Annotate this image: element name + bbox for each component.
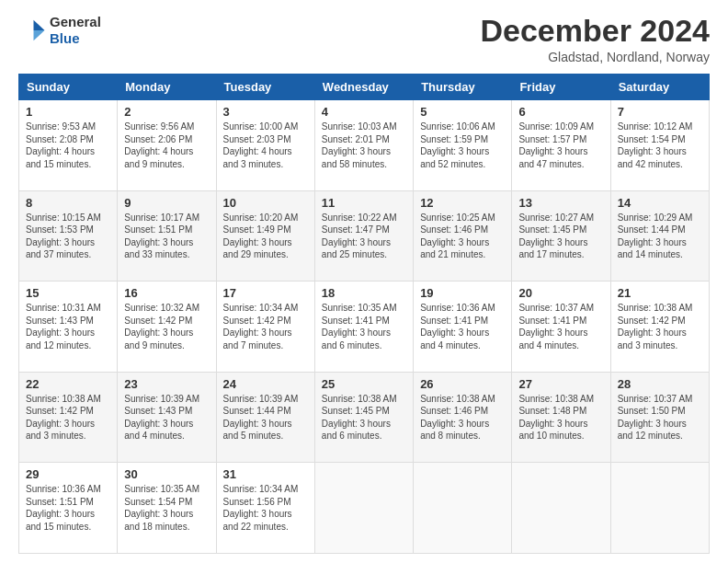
calendar-cell: 18Sunrise: 10:35 AM Sunset: 1:41 PM Dayl… <box>314 282 413 373</box>
calendar-cell: 27Sunrise: 10:38 AM Sunset: 1:48 PM Dayl… <box>512 372 610 463</box>
logo-text: General Blue <box>50 14 101 47</box>
header: General Blue December 2024 Gladstad, Nor… <box>18 14 710 64</box>
day-number: 25 <box>322 377 406 391</box>
calendar-cell: 4Sunrise: 10:03 AM Sunset: 2:01 PM Dayli… <box>314 100 413 191</box>
day-info: Sunrise: 10:25 AM Sunset: 1:46 PM Daylig… <box>420 212 505 261</box>
day-number: 5 <box>420 105 505 119</box>
day-number: 27 <box>518 377 603 391</box>
logo-icon <box>18 17 46 44</box>
day-info: Sunrise: 10:35 AM Sunset: 1:54 PM Daylig… <box>124 483 209 533</box>
day-number: 28 <box>618 377 702 391</box>
calendar-cell: 20Sunrise: 10:37 AM Sunset: 1:41 PM Dayl… <box>512 282 610 373</box>
day-info: Sunrise: 10:20 AM Sunset: 1:49 PM Daylig… <box>223 212 308 261</box>
calendar-cell <box>314 463 413 554</box>
calendar-cell: 31Sunrise: 10:34 AM Sunset: 1:56 PM Dayl… <box>216 463 314 554</box>
calendar-week-row: 8Sunrise: 10:15 AM Sunset: 1:53 PM Dayli… <box>19 190 710 282</box>
day-number: 12 <box>420 196 505 210</box>
day-info: Sunrise: 10:38 AM Sunset: 1:42 PM Daylig… <box>618 302 702 351</box>
day-info: Sunrise: 10:38 AM Sunset: 1:45 PM Daylig… <box>322 393 406 442</box>
day-info: Sunrise: 10:15 AM Sunset: 1:53 PM Daylig… <box>26 212 110 261</box>
day-number: 7 <box>618 105 702 119</box>
page: General Blue December 2024 Gladstad, Nor… <box>0 0 728 563</box>
calendar-cell: 29Sunrise: 10:36 AM Sunset: 1:51 PM Dayl… <box>19 463 118 554</box>
calendar-cell: 21Sunrise: 10:38 AM Sunset: 1:42 PM Dayl… <box>610 282 709 373</box>
subtitle: Gladstad, Nordland, Norway <box>480 50 710 64</box>
calendar-cell: 12Sunrise: 10:25 AM Sunset: 1:46 PM Dayl… <box>414 190 512 282</box>
day-info: Sunrise: 10:27 AM Sunset: 1:45 PM Daylig… <box>518 212 603 261</box>
day-number: 30 <box>124 467 209 481</box>
day-number: 8 <box>26 196 110 210</box>
calendar-cell: 17Sunrise: 10:34 AM Sunset: 1:42 PM Dayl… <box>216 282 314 373</box>
day-number: 15 <box>26 286 110 300</box>
calendar-week-row: 22Sunrise: 10:38 AM Sunset: 1:42 PM Dayl… <box>19 372 710 463</box>
day-number: 23 <box>124 377 209 391</box>
day-number: 11 <box>322 196 406 210</box>
day-number: 2 <box>124 105 209 119</box>
calendar-cell: 3Sunrise: 10:00 AM Sunset: 2:03 PM Dayli… <box>216 100 314 191</box>
calendar-cell: 19Sunrise: 10:36 AM Sunset: 1:41 PM Dayl… <box>414 282 512 373</box>
calendar-cell: 7Sunrise: 10:12 AM Sunset: 1:54 PM Dayli… <box>610 100 709 191</box>
day-number: 1 <box>26 105 110 119</box>
day-number: 18 <box>322 286 406 300</box>
day-number: 21 <box>618 286 702 300</box>
day-number: 20 <box>518 286 603 300</box>
calendar-cell: 25Sunrise: 10:38 AM Sunset: 1:45 PM Dayl… <box>314 372 413 463</box>
calendar-cell <box>610 463 709 554</box>
svg-marker-2 <box>22 20 34 41</box>
day-info: Sunrise: 10:36 AM Sunset: 1:51 PM Daylig… <box>26 483 110 533</box>
day-info: Sunrise: 10:34 AM Sunset: 1:56 PM Daylig… <box>223 483 308 533</box>
calendar-cell: 14Sunrise: 10:29 AM Sunset: 1:44 PM Dayl… <box>610 190 709 282</box>
calendar-cell: 9Sunrise: 10:17 AM Sunset: 1:51 PM Dayli… <box>118 190 216 282</box>
title-section: December 2024 Gladstad, Nordland, Norway <box>480 14 710 64</box>
main-title: December 2024 <box>480 14 710 48</box>
calendar-cell: 28Sunrise: 10:37 AM Sunset: 1:50 PM Dayl… <box>610 372 709 463</box>
calendar-table: SundayMondayTuesdayWednesdayThursdayFrid… <box>18 74 710 554</box>
day-number: 16 <box>124 286 209 300</box>
day-info: Sunrise: 10:29 AM Sunset: 1:44 PM Daylig… <box>618 212 702 261</box>
day-info: Sunrise: 10:03 AM Sunset: 2:01 PM Daylig… <box>322 121 406 170</box>
day-info: Sunrise: 10:17 AM Sunset: 1:51 PM Daylig… <box>124 212 209 261</box>
calendar-header-tuesday: Tuesday <box>216 75 314 100</box>
day-info: Sunrise: 10:38 AM Sunset: 1:46 PM Daylig… <box>420 393 505 442</box>
calendar-cell: 26Sunrise: 10:38 AM Sunset: 1:46 PM Dayl… <box>414 372 512 463</box>
day-number: 4 <box>322 105 406 119</box>
day-info: Sunrise: 10:32 AM Sunset: 1:42 PM Daylig… <box>124 302 209 351</box>
calendar-cell: 10Sunrise: 10:20 AM Sunset: 1:49 PM Dayl… <box>216 190 314 282</box>
day-info: Sunrise: 10:38 AM Sunset: 1:48 PM Daylig… <box>518 393 603 442</box>
day-info: Sunrise: 9:56 AM Sunset: 2:06 PM Dayligh… <box>124 121 209 170</box>
day-info: Sunrise: 10:35 AM Sunset: 1:41 PM Daylig… <box>322 302 406 351</box>
day-number: 29 <box>26 467 110 481</box>
day-info: Sunrise: 10:09 AM Sunset: 1:57 PM Daylig… <box>518 121 603 170</box>
calendar-header-wednesday: Wednesday <box>314 75 413 100</box>
day-info: Sunrise: 10:12 AM Sunset: 1:54 PM Daylig… <box>618 121 702 170</box>
day-number: 19 <box>420 286 505 300</box>
calendar-header-row: SundayMondayTuesdayWednesdayThursdayFrid… <box>19 75 710 100</box>
calendar-week-row: 1Sunrise: 9:53 AM Sunset: 2:08 PM Daylig… <box>19 100 710 191</box>
day-number: 3 <box>223 105 308 119</box>
calendar-cell: 23Sunrise: 10:39 AM Sunset: 1:43 PM Dayl… <box>118 372 216 463</box>
day-number: 13 <box>518 196 603 210</box>
calendar-cell: 13Sunrise: 10:27 AM Sunset: 1:45 PM Dayl… <box>512 190 610 282</box>
svg-marker-0 <box>34 20 45 30</box>
calendar-cell: 6Sunrise: 10:09 AM Sunset: 1:57 PM Dayli… <box>512 100 610 191</box>
day-info: Sunrise: 10:06 AM Sunset: 1:59 PM Daylig… <box>420 121 505 170</box>
day-info: Sunrise: 9:53 AM Sunset: 2:08 PM Dayligh… <box>26 121 110 170</box>
day-info: Sunrise: 10:39 AM Sunset: 1:44 PM Daylig… <box>223 393 308 442</box>
day-info: Sunrise: 10:00 AM Sunset: 2:03 PM Daylig… <box>223 121 308 170</box>
calendar-week-row: 15Sunrise: 10:31 AM Sunset: 1:43 PM Dayl… <box>19 282 710 373</box>
day-info: Sunrise: 10:36 AM Sunset: 1:41 PM Daylig… <box>420 302 505 351</box>
calendar-header-sunday: Sunday <box>19 75 118 100</box>
calendar-cell: 24Sunrise: 10:39 AM Sunset: 1:44 PM Dayl… <box>216 372 314 463</box>
day-info: Sunrise: 10:37 AM Sunset: 1:50 PM Daylig… <box>618 393 702 442</box>
day-info: Sunrise: 10:34 AM Sunset: 1:42 PM Daylig… <box>223 302 308 351</box>
calendar-cell: 1Sunrise: 9:53 AM Sunset: 2:08 PM Daylig… <box>19 100 118 191</box>
calendar-cell: 30Sunrise: 10:35 AM Sunset: 1:54 PM Dayl… <box>118 463 216 554</box>
day-number: 14 <box>618 196 702 210</box>
day-info: Sunrise: 10:38 AM Sunset: 1:42 PM Daylig… <box>26 393 110 442</box>
logo: General Blue <box>18 14 101 47</box>
calendar-cell <box>512 463 610 554</box>
calendar-header-friday: Friday <box>512 75 610 100</box>
calendar-cell: 22Sunrise: 10:38 AM Sunset: 1:42 PM Dayl… <box>19 372 118 463</box>
day-info: Sunrise: 10:37 AM Sunset: 1:41 PM Daylig… <box>518 302 603 351</box>
day-info: Sunrise: 10:22 AM Sunset: 1:47 PM Daylig… <box>322 212 406 261</box>
